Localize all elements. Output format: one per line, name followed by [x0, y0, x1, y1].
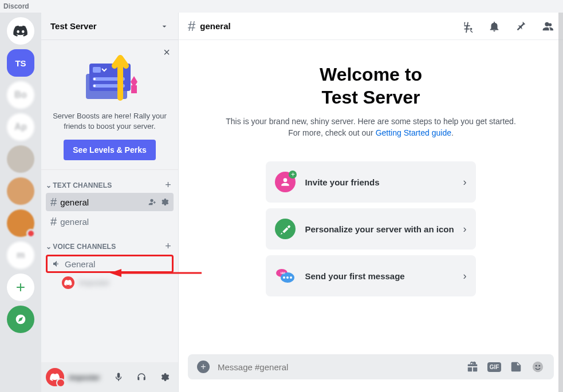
- user-panel: imposter: [41, 362, 178, 392]
- paint-icon: [275, 219, 296, 239]
- server-icon-5[interactable]: [7, 177, 34, 205]
- svg-point-6: [93, 85, 96, 87]
- invite-icon: +: [275, 172, 296, 192]
- user-avatar[interactable]: [46, 368, 64, 386]
- svg-rect-2: [93, 67, 101, 73]
- emoji-icon[interactable]: [531, 360, 545, 374]
- voice-channel-general[interactable]: General: [46, 255, 174, 273]
- channel-title: general: [200, 21, 448, 31]
- svg-point-14: [290, 276, 292, 279]
- channel-name: general: [60, 217, 169, 227]
- chevron-right-icon: ›: [463, 176, 467, 188]
- message-icon: Hi!: [275, 266, 296, 286]
- avatar: [62, 276, 74, 289]
- add-server-button[interactable]: +: [7, 274, 34, 301]
- add-text-channel-button[interactable]: +: [165, 179, 171, 191]
- server-rail: TS Bo Ap m +: [0, 13, 41, 392]
- server-icon-7[interactable]: m: [7, 241, 34, 269]
- channel-general[interactable]: # general: [46, 212, 174, 231]
- invite-friends-card[interactable]: + Invite your friends ›: [266, 161, 475, 203]
- personalize-card[interactable]: Personalize your server with an icon ›: [266, 208, 475, 250]
- server-header[interactable]: Test Server: [41, 13, 178, 40]
- app-title: Discord: [3, 2, 29, 10]
- first-message-card[interactable]: Hi! Send your first message ›: [266, 255, 475, 296]
- hash-icon: #: [50, 196, 57, 209]
- attach-button[interactable]: +: [197, 361, 210, 373]
- welcome-block: Welcome toTest Server This is your brand…: [211, 40, 531, 148]
- voice-user-name: imposter: [79, 278, 110, 287]
- members-icon[interactable]: [540, 19, 554, 33]
- voice-user[interactable]: imposter: [41, 274, 178, 291]
- user-name: imposter: [69, 373, 105, 382]
- server-icon-selected[interactable]: TS: [7, 49, 34, 77]
- invite-icon[interactable]: [147, 197, 156, 207]
- card-label: Send your first message: [305, 271, 454, 281]
- card-label: Personalize your server with an icon: [305, 224, 454, 234]
- welcome-heading: Welcome toTest Server: [220, 63, 522, 109]
- getting-started-link[interactable]: Getting Started guide: [376, 128, 451, 137]
- channel-name: general: [60, 197, 144, 207]
- svg-rect-7: [131, 85, 137, 93]
- add-voice-channel-button[interactable]: +: [165, 240, 171, 252]
- svg-text:Hi!: Hi!: [281, 271, 285, 275]
- channel-header: # general: [179, 13, 563, 40]
- discord-logo-icon: [13, 25, 28, 37]
- explore-button[interactable]: [7, 306, 34, 333]
- svg-point-13: [286, 276, 289, 279]
- server-icon-4[interactable]: [7, 145, 34, 173]
- hash-icon: #: [50, 215, 57, 228]
- scrollbar[interactable]: [558, 13, 563, 392]
- server-name: Test Server: [50, 21, 97, 31]
- threads-icon[interactable]: [461, 19, 475, 33]
- message-input[interactable]: [218, 362, 458, 372]
- text-channels-header[interactable]: ⌄TEXT CHANNELS +: [41, 170, 178, 192]
- text-channels-label: TEXT CHANNELS: [53, 181, 112, 189]
- boost-text: Server Boosts are here! Rally your frien…: [50, 111, 169, 132]
- server-icon-3[interactable]: Ap: [7, 113, 34, 141]
- voice-channels-label: VOICE CHANNELS: [53, 243, 116, 251]
- channel-name: General: [65, 259, 167, 269]
- sticker-icon[interactable]: [509, 360, 523, 374]
- channel-sidebar: Test Server × Server Boosts: [41, 13, 179, 392]
- voice-channels-header[interactable]: ⌄VOICE CHANNELS +: [41, 231, 178, 254]
- svg-point-5: [93, 78, 96, 80]
- close-icon[interactable]: ×: [163, 46, 170, 59]
- home-button[interactable]: [7, 17, 34, 45]
- svg-point-18: [538, 365, 540, 367]
- compass-icon: [15, 314, 26, 325]
- boost-card: × Server Boosts are here! Rally your fri…: [41, 40, 178, 170]
- user-settings-button[interactable]: [155, 368, 174, 386]
- svg-point-17: [536, 365, 537, 367]
- speaker-icon: [52, 259, 61, 268]
- deafen-button[interactable]: [132, 368, 151, 386]
- notifications-icon[interactable]: [487, 19, 501, 33]
- channel-general-active[interactable]: # general: [46, 193, 174, 211]
- gift-icon[interactable]: [466, 360, 479, 374]
- server-icon-6[interactable]: [7, 209, 34, 237]
- boost-illustration: [50, 49, 169, 106]
- chevron-right-icon: ›: [463, 223, 467, 235]
- svg-point-16: [533, 362, 543, 372]
- mute-button[interactable]: [109, 368, 128, 386]
- pinned-icon[interactable]: [514, 19, 527, 33]
- gif-button[interactable]: GIF: [487, 360, 501, 374]
- onboarding-cards: + Invite your friends › Personalize your…: [266, 161, 475, 302]
- boost-button[interactable]: See Levels & Perks: [64, 140, 155, 160]
- svg-point-8: [470, 27, 473, 30]
- svg-rect-9: [470, 30, 473, 33]
- chevron-right-icon: ›: [463, 270, 467, 282]
- server-icon-2[interactable]: Bo: [7, 81, 34, 109]
- message-input-bar: + GIF: [188, 354, 554, 379]
- settings-icon[interactable]: [160, 197, 169, 207]
- svg-point-12: [283, 276, 285, 279]
- chevron-down-icon: [160, 22, 169, 31]
- main-content: # general Welcome toTest Server This is …: [179, 13, 563, 392]
- card-label: Invite your friends: [305, 177, 454, 187]
- hash-icon: #: [188, 18, 195, 34]
- welcome-description: This is your brand new, shiny server. He…: [220, 116, 522, 138]
